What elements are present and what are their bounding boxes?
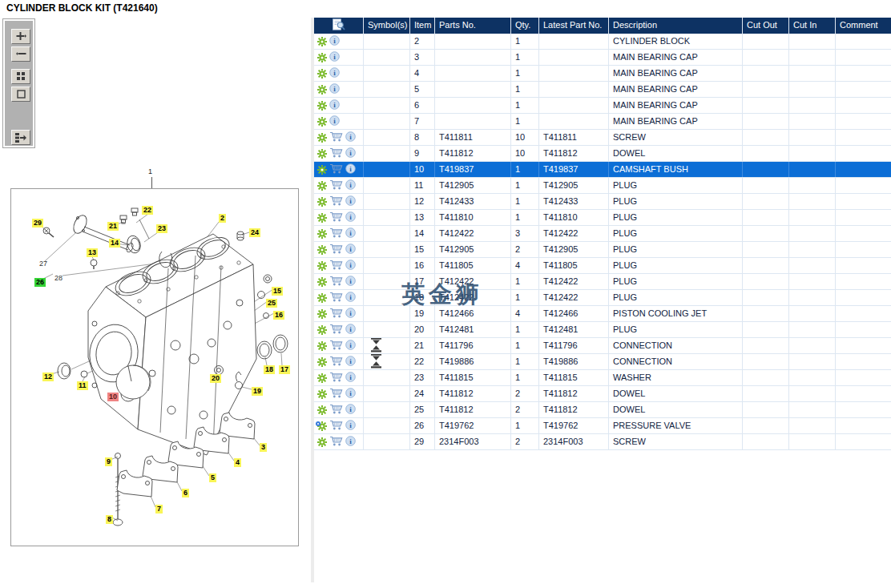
callout-20[interactable]: 20	[210, 374, 221, 383]
table-row[interactable]: i 6 1 MAIN BEARING CAP	[314, 98, 891, 114]
cart-icon[interactable]	[329, 419, 343, 433]
callout-14[interactable]: 14	[109, 239, 120, 248]
gear-icon[interactable]	[317, 197, 327, 207]
callout-16[interactable]: 16	[273, 311, 284, 320]
gear-icon[interactable]	[317, 389, 327, 399]
info-icon[interactable]: i	[345, 131, 356, 143]
gear-icon[interactable]	[317, 133, 327, 143]
callout-28[interactable]: 28	[53, 274, 64, 283]
gear-icon[interactable]	[317, 293, 327, 303]
gear-icon[interactable]	[317, 277, 327, 287]
column-header-item[interactable]: Item	[410, 18, 435, 34]
gear-icon[interactable]	[317, 101, 327, 111]
column-header-description[interactable]: Description	[609, 18, 743, 34]
callout-2[interactable]: 2	[219, 214, 226, 223]
info-icon[interactable]: i	[345, 163, 356, 175]
info-icon[interactable]: i	[329, 83, 340, 95]
column-header-parts-no[interactable]: Parts No.	[435, 18, 511, 34]
table-row[interactable]: i 29 2314F003 2 2314F003 SCREW	[314, 434, 891, 450]
table-row[interactable]: i 13 T411810 1 T411810 PLUG	[314, 210, 891, 226]
info-icon[interactable]: i	[345, 324, 356, 336]
callout-9[interactable]: 9	[105, 457, 112, 466]
cart-icon[interactable]	[329, 435, 343, 449]
table-row[interactable]: i 16 T411805 4 T411805 PLUG	[314, 258, 891, 274]
table-row[interactable]: i 7 1 MAIN BEARING CAP	[314, 114, 891, 130]
gear-icon[interactable]	[317, 357, 327, 367]
gear-icon[interactable]	[317, 261, 327, 271]
callout-24[interactable]: 24	[249, 228, 260, 237]
gear-icon[interactable]	[317, 437, 327, 447]
cart-icon[interactable]	[329, 387, 343, 401]
info-icon[interactable]: i	[345, 244, 356, 256]
info-icon[interactable]: i	[345, 372, 356, 384]
table-row[interactable]: i 15 T412905 2 T412905 PLUG	[314, 242, 891, 258]
gear-icon[interactable]	[317, 85, 327, 95]
table-row[interactable]: i 9 T411812 10 T411812 DOWEL	[314, 146, 891, 162]
callout-8[interactable]: 8	[106, 515, 113, 524]
table-row[interactable]: i 21 T411796 1 T411796 CONNECTION	[314, 338, 891, 354]
gear-icon[interactable]	[317, 341, 327, 351]
callout-6[interactable]: 6	[182, 489, 189, 497]
collapse-panel-button[interactable]	[11, 130, 30, 145]
info-icon[interactable]: i	[329, 115, 340, 127]
gear-icon[interactable]	[317, 325, 327, 335]
table-row[interactable]: i 20 T412481 1 T412481 PLUG	[314, 322, 891, 338]
info-icon[interactable]: i	[345, 147, 356, 159]
info-icon[interactable]: i	[329, 99, 340, 111]
single-window-button[interactable]	[11, 87, 30, 102]
callout-10[interactable]: 10	[107, 393, 119, 401]
table-row[interactable]: i 25 T411812 2 T411812 DOWEL	[314, 402, 891, 418]
multi-window-button[interactable]	[11, 69, 30, 84]
preview-column-header[interactable]	[314, 18, 364, 34]
table-row[interactable]: i 17 T412422 1 T412422 PLUG	[314, 274, 891, 290]
gear-icon[interactable]	[317, 373, 327, 383]
callout-7[interactable]: 7	[155, 505, 163, 513]
column-header-latest[interactable]: Latest Part No.	[539, 18, 609, 34]
gear-icon[interactable]	[317, 309, 327, 319]
column-header-cut-out[interactable]: Cut Out	[743, 18, 789, 34]
gear-icon[interactable]	[317, 213, 327, 223]
table-row[interactable]: i 3 1 MAIN BEARING CAP	[314, 50, 891, 66]
callout-12[interactable]: 12	[42, 373, 54, 381]
callout-22[interactable]: 22	[142, 206, 153, 215]
callout-29[interactable]: 29	[32, 219, 43, 228]
gear-icon[interactable]	[317, 149, 327, 159]
cart-icon[interactable]	[329, 291, 343, 304]
cart-icon[interactable]	[329, 259, 343, 272]
gear-icon[interactable]	[317, 181, 327, 191]
zoom-out-button[interactable]	[11, 46, 30, 62]
column-header-comment[interactable]: Comment	[836, 18, 891, 34]
gear-icon[interactable]	[317, 117, 327, 127]
info-icon[interactable]: i	[329, 35, 340, 47]
info-icon[interactable]: i	[345, 260, 356, 272]
table-row[interactable]: i 18 T412422 1 T412422 PLUG	[314, 290, 891, 306]
table-row[interactable]: i 24 T411812 2 T411812 DOWEL	[314, 386, 891, 402]
table-row[interactable]: i 22 T419886 1 T419886 CONNECTION	[314, 354, 891, 370]
cart-icon[interactable]	[329, 195, 343, 208]
callout-3[interactable]: 3	[260, 443, 267, 452]
cart-icon[interactable]	[329, 355, 343, 369]
table-row[interactable]: i 2 1 CYLINDER BLOCK	[314, 34, 891, 50]
callout-17[interactable]: 17	[279, 365, 290, 374]
cart-icon[interactable]	[329, 275, 343, 288]
info-icon[interactable]: i	[329, 51, 340, 63]
callout-13[interactable]: 13	[87, 248, 98, 257]
table-row[interactable]: i 11 T412905 1 T412905 PLUG	[314, 178, 891, 194]
column-header-qty[interactable]: Qty.	[511, 18, 539, 34]
info-icon[interactable]: i	[345, 292, 356, 304]
cart-icon[interactable]	[329, 371, 343, 385]
cart-icon[interactable]	[329, 147, 343, 160]
gear-icon[interactable]	[317, 37, 327, 46]
callout-5[interactable]: 5	[209, 473, 216, 482]
gear-icon[interactable]	[317, 405, 327, 415]
table-row[interactable]: i 19 T412466 4 T412466 PISTON COOLING JE…	[314, 306, 891, 322]
zoom-in-button[interactable]	[11, 29, 30, 44]
column-header-symbols[interactable]: Symbol(s)	[364, 18, 410, 34]
cart-icon[interactable]	[329, 403, 343, 417]
info-icon[interactable]: i	[345, 228, 356, 240]
info-icon[interactable]: i	[345, 404, 356, 416]
cart-icon[interactable]	[329, 307, 343, 320]
table-row[interactable]: i 5 1 MAIN BEARING CAP	[314, 82, 891, 98]
table-row[interactable]: i 4 1 MAIN BEARING CAP	[314, 66, 891, 82]
callout-15[interactable]: 15	[272, 287, 283, 296]
